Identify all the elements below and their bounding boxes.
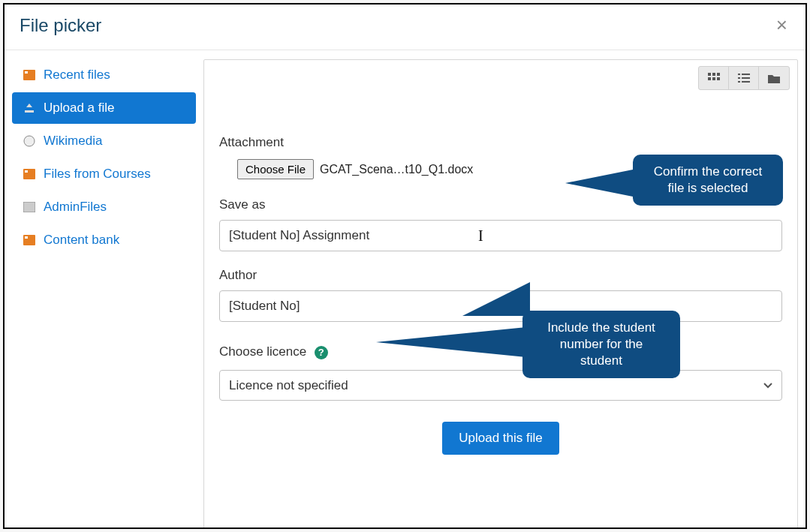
svg-rect-18: [738, 81, 740, 83]
file-picker-modal: File picker × Recent files Upload a file: [3, 3, 807, 529]
svg-rect-14: [738, 74, 740, 75]
view-toggle: [698, 66, 790, 90]
submit-row: Upload this file: [219, 422, 782, 455]
sidebar-item-label: Content bank: [44, 233, 119, 248]
list-view-icon[interactable]: [729, 67, 759, 89]
svg-rect-15: [742, 74, 750, 75]
sidebar-item-recent-files[interactable]: Recent files: [12, 59, 196, 91]
wikimedia-icon: [23, 134, 36, 148]
grid-view-icon[interactable]: [699, 67, 729, 89]
svg-rect-10: [717, 73, 720, 76]
help-icon[interactable]: ?: [315, 346, 328, 359]
sidebar-item-label: Recent files: [44, 68, 110, 83]
svg-rect-8: [708, 73, 711, 76]
sidebar-item-wikimedia[interactable]: Wikimedia: [12, 125, 196, 157]
upload-icon: [23, 101, 36, 115]
sidebar-item-label: AdminFiles: [44, 200, 107, 215]
chosen-file-name: GCAT_Scena…t10_Q1.docx: [320, 163, 473, 176]
admin-files-icon: [23, 200, 36, 214]
svg-rect-16: [738, 77, 740, 79]
attachment-label: Attachment: [219, 135, 782, 150]
licence-select[interactable]: Licence not specified: [219, 370, 782, 401]
svg-rect-4: [25, 170, 28, 173]
svg-point-2: [24, 136, 35, 146]
svg-rect-7: [25, 236, 28, 239]
close-icon[interactable]: ×: [773, 15, 790, 35]
svg-rect-11: [708, 77, 711, 80]
sidebar-item-label: Upload a file: [44, 101, 115, 116]
content-bank-icon: [23, 233, 36, 247]
sidebar-item-label: Wikimedia: [44, 134, 102, 149]
svg-rect-17: [742, 77, 750, 79]
annotation-confirm-file: Confirm the correct file is selected: [633, 155, 783, 206]
modal-body: Recent files Upload a file Wikimedia Fil…: [5, 50, 805, 529]
sidebar-item-content-bank[interactable]: Content bank: [12, 224, 196, 256]
recent-files-icon: [23, 68, 36, 82]
upload-file-button[interactable]: Upload this file: [442, 422, 559, 455]
licence-label: Choose licence: [219, 344, 306, 359]
save-as-input[interactable]: [219, 220, 782, 251]
folder-view-icon[interactable]: [759, 67, 789, 89]
sidebar-item-files-from-courses[interactable]: Files from Courses: [12, 158, 196, 190]
svg-rect-5: [23, 202, 35, 212]
repo-sidebar: Recent files Upload a file Wikimedia Fil…: [12, 59, 203, 529]
svg-rect-1: [25, 71, 28, 74]
svg-rect-19: [742, 81, 750, 83]
svg-rect-9: [712, 73, 715, 76]
svg-rect-13: [717, 77, 720, 80]
sidebar-item-label: Files from Courses: [44, 167, 151, 182]
annotation-student-number: Include the student number for the stude…: [522, 311, 680, 378]
sidebar-item-upload-file[interactable]: Upload a file: [12, 92, 196, 124]
author-label: Author: [219, 268, 782, 283]
sidebar-item-admin-files[interactable]: AdminFiles: [12, 191, 196, 223]
svg-rect-12: [712, 77, 715, 80]
choose-file-button[interactable]: Choose File: [237, 159, 314, 179]
courses-icon: [23, 167, 36, 181]
modal-title: File picker: [20, 15, 101, 36]
modal-header: File picker ×: [5, 5, 805, 50]
